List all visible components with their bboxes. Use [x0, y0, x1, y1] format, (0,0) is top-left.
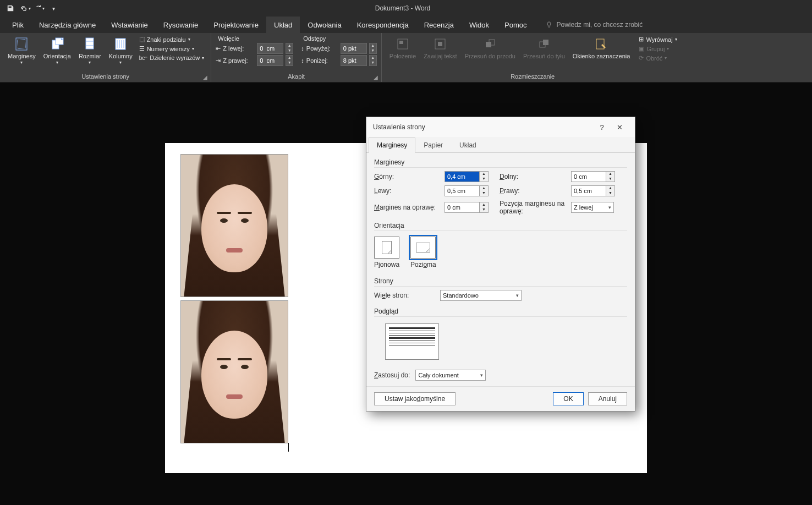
position-button: Położenie	[386, 35, 419, 61]
right-margin-input[interactable]	[571, 185, 606, 196]
spacing-after-spinner[interactable]: ▲▼	[369, 55, 377, 66]
bottom-margin-input[interactable]	[571, 171, 606, 182]
dialog-tab-marginesy[interactable]: Marginesy	[369, 138, 415, 153]
dialog-tab-uklad[interactable]: Układ	[451, 138, 485, 153]
top-margin-input[interactable]	[445, 171, 480, 182]
window-title: Dokument3 - Word	[59, 4, 746, 12]
gutter-label: Margines na oprawę:	[374, 204, 439, 211]
ribbon: Marginesy ▾ Orientacja ▾ Rozmiar ▾ Kolum…	[0, 33, 812, 83]
save-button[interactable]	[4, 2, 17, 14]
svg-rect-3	[56, 38, 63, 45]
inserted-image-1[interactable]	[180, 154, 288, 297]
apply-to-label: Zastosuj do:	[374, 371, 410, 379]
indent-left-spinner[interactable]: ▲▼	[286, 43, 293, 54]
qat-customize-button[interactable]: ▾	[47, 2, 59, 14]
tab-projektowanie[interactable]: Projektowanie	[206, 17, 266, 33]
group-page-setup: Marginesy ▾ Orientacja ▾ Rozmiar ▾ Kolum…	[0, 33, 211, 82]
right-margin-spinner[interactable]: ▲▼	[606, 185, 615, 196]
indent-left-input[interactable]	[257, 43, 283, 54]
tab-pomoc[interactable]: Pomoc	[497, 17, 534, 33]
redo-button[interactable]: ▾	[33, 2, 45, 14]
orientation-button[interactable]: Orientacja ▾	[40, 35, 74, 66]
margins-icon	[14, 36, 29, 52]
apply-to-select[interactable]: Cały dokument	[415, 370, 486, 381]
svg-rect-1	[18, 40, 25, 48]
margins-section-title: Marginesy	[374, 158, 627, 168]
orientation-portrait[interactable]: Pionowa	[374, 237, 399, 268]
gutter-pos-label: Pozycja marginesu na oprawę:	[500, 200, 566, 215]
rotate-button: ⟳Obróć▾	[637, 54, 679, 62]
gutter-pos-select[interactable]: Z lewej	[571, 202, 614, 213]
indent-right-spinner[interactable]: ▲▼	[286, 55, 293, 66]
tab-recenzja[interactable]: Recenzja	[416, 17, 462, 33]
spacing-after-label: Poniżej:	[306, 57, 338, 64]
svg-rect-9	[438, 42, 442, 46]
indent-left-icon: ⇤	[216, 45, 221, 52]
top-margin-spinner[interactable]: ▲▼	[480, 171, 489, 182]
tab-wstawianie[interactable]: Wstawianie	[103, 17, 155, 33]
preview-box	[385, 323, 439, 360]
cancel-button[interactable]: Anuluj	[588, 392, 627, 405]
group-arrange: Położenie Zawijaj tekst Przesuń do przod…	[382, 33, 684, 82]
paragraph-launcher[interactable]: ◢	[374, 74, 380, 81]
size-icon	[82, 36, 97, 52]
align-button[interactable]: ⊞Wyrównaj▾	[637, 35, 679, 43]
spacing-before-spinner[interactable]: ▲▼	[369, 43, 377, 54]
breaks-button[interactable]: ⬚Znaki podziału▾	[137, 35, 207, 43]
selection-pane-button[interactable]: Okienko zaznaczenia	[569, 35, 634, 61]
tab-odwolania[interactable]: Odwołania	[300, 17, 349, 33]
svg-rect-12	[543, 40, 548, 45]
spacing-before-icon: ↕	[301, 45, 304, 52]
tab-narzedzia-glowne[interactable]: Narzędzia główne	[31, 17, 103, 33]
dialog-close-button[interactable]: ✕	[611, 120, 628, 134]
tab-rysowanie[interactable]: Rysowanie	[156, 17, 206, 33]
indent-right-label: Z prawej:	[223, 57, 255, 64]
margins-button[interactable]: Marginesy ▾	[4, 35, 39, 66]
set-default-button[interactable]: Ustaw jako domyślne	[374, 392, 456, 405]
size-button[interactable]: Rozmiar ▾	[75, 35, 105, 66]
group-label-arrange: Rozmieszczanie	[386, 72, 679, 81]
indent-right-input[interactable]	[257, 55, 283, 66]
orientation-icon	[50, 36, 65, 52]
wrap-text-icon	[432, 36, 448, 52]
line-numbers-icon: ☰	[139, 45, 145, 52]
spacing-before-input[interactable]	[341, 43, 367, 54]
group-label-paragraph: Akapit	[216, 72, 377, 81]
quick-access-toolbar: ▾ ▾ ▾	[0, 2, 59, 14]
tab-korespondencja[interactable]: Korespondencja	[349, 17, 416, 33]
close-icon: ✕	[617, 123, 623, 131]
spacing-after-icon: ↕	[301, 57, 304, 64]
tell-me-search[interactable]: Powiedz mi, co chcesz zrobić	[545, 17, 643, 33]
dialog-tab-papier[interactable]: Papier	[415, 138, 451, 153]
bottom-margin-spinner[interactable]: ▲▼	[606, 171, 615, 182]
group-button: ▣Grupuj▾	[637, 45, 679, 53]
columns-button[interactable]: Kolumny ▾	[106, 35, 136, 66]
dialog-title: Ustawienia strony	[373, 123, 593, 131]
svg-rect-14	[596, 39, 604, 49]
inserted-image-2[interactable]	[180, 300, 288, 443]
left-margin-spinner[interactable]: ▲▼	[480, 185, 489, 196]
tab-uklad[interactable]: Układ	[266, 17, 300, 33]
columns-icon	[113, 36, 128, 52]
line-numbers-button[interactable]: ☰Numery wierszy▾	[137, 45, 207, 53]
hyphenation-button[interactable]: bc⁻Dzielenie wyrazów▾	[137, 54, 207, 62]
ok-button[interactable]: OK	[553, 392, 583, 405]
dialog-tabs: Marginesy Papier Układ	[366, 137, 635, 153]
breaks-icon: ⬚	[139, 36, 145, 43]
undo-button[interactable]: ▾	[19, 2, 31, 14]
group-paragraph: Wcięcie ⇤ Z lewej: ▲▼ ⇥ Z prawej: ▲▼	[211, 33, 382, 82]
dialog-title-bar[interactable]: Ustawienia strony ? ✕	[366, 117, 635, 137]
tab-plik[interactable]: Plik	[4, 17, 31, 33]
gutter-input[interactable]	[445, 202, 480, 213]
page-setup-launcher[interactable]: ◢	[203, 74, 210, 81]
spacing-after-input[interactable]	[341, 55, 367, 66]
dialog-help-button[interactable]: ?	[593, 120, 611, 134]
multi-pages-select[interactable]: Standardowo	[440, 290, 522, 301]
right-margin-label: Prawy:	[500, 187, 566, 195]
left-margin-input[interactable]	[445, 185, 480, 196]
rotate-icon: ⟳	[639, 54, 644, 62]
orientation-landscape[interactable]: Pozioma	[410, 237, 436, 268]
bring-forward-button: Przesuń do przodu	[462, 35, 519, 61]
gutter-spinner[interactable]: ▲▼	[480, 202, 489, 213]
tab-widok[interactable]: Widok	[462, 17, 497, 33]
